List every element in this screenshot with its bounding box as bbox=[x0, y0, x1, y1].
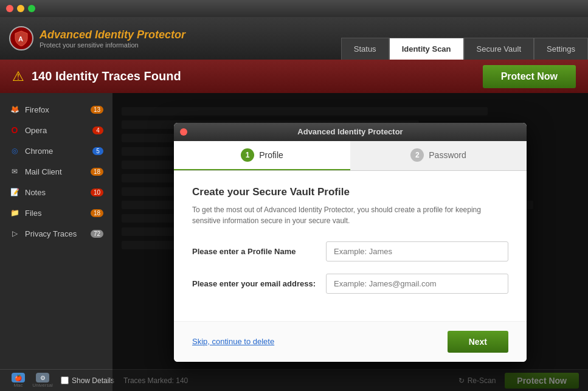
app-title: Advanced Identity Protector bbox=[40, 29, 185, 41]
dialog: Advanced Identity Protector 1 Profile 2 … bbox=[174, 123, 527, 362]
show-details-checkbox[interactable] bbox=[61, 376, 69, 384]
mac-icons: 🍎 Mac ⚙ Universal bbox=[9, 373, 52, 388]
alert-left: ⚠ 140 Identity Traces Found bbox=[12, 69, 181, 85]
protect-now-button[interactable]: Protect Now bbox=[483, 65, 576, 88]
tab-status[interactable]: Status bbox=[341, 38, 389, 60]
profile-name-input[interactable] bbox=[326, 241, 508, 261]
modal-overlay: Advanced Identity Protector 1 Profile 2 … bbox=[112, 93, 588, 391]
svg-text:A: A bbox=[18, 35, 23, 43]
alert-banner: ⚠ 140 Identity Traces Found Protect Now bbox=[0, 60, 588, 93]
universal-label: Universal bbox=[32, 382, 52, 388]
dialog-close-button[interactable] bbox=[180, 128, 187, 136]
app-subtitle: Protect your sensitive information bbox=[40, 41, 185, 49]
app-logo: A Advanced Identity Protector Protect yo… bbox=[9, 26, 185, 50]
sidebar: 🦊 Firefox 13 O Opera 4 ◎ Chrome 5 bbox=[0, 93, 112, 391]
sidebar-label-opera: Opera bbox=[25, 126, 47, 135]
dialog-description: To get the most out of Advanced Identity… bbox=[192, 204, 508, 226]
show-details-label[interactable]: Show Details bbox=[61, 376, 114, 385]
app-title-rest: Identity Protector bbox=[95, 29, 185, 41]
skip-link[interactable]: Skip, continue to delete bbox=[192, 337, 274, 346]
sidebar-count-notes: 10 bbox=[91, 189, 103, 196]
app-title-italic: Advanced bbox=[40, 29, 92, 41]
dialog-tab-password[interactable]: 2 Password bbox=[350, 141, 527, 170]
close-button[interactable] bbox=[6, 5, 13, 12]
show-details-text: Show Details bbox=[72, 376, 114, 385]
app-logo-text: Advanced Identity Protector Protect your… bbox=[40, 29, 185, 49]
sidebar-item-chrome[interactable]: ◎ Chrome 5 bbox=[0, 140, 112, 161]
logo-shield-icon: A bbox=[9, 26, 33, 50]
profile-name-row: Please enter a Profile Name bbox=[192, 241, 508, 261]
dialog-title: Advanced Identity Protector bbox=[297, 127, 403, 136]
email-input[interactable] bbox=[326, 274, 508, 294]
sidebar-count-privacy: 72 bbox=[91, 230, 103, 238]
maximize-button[interactable] bbox=[28, 5, 35, 12]
mac-label: Mac bbox=[13, 382, 22, 388]
sidebar-count-files: 18 bbox=[91, 209, 103, 217]
sidebar-label-privacy: Privacy Traces bbox=[25, 229, 77, 238]
email-label: Please enter your email address: bbox=[192, 279, 326, 288]
profile-name-label: Please enter a Profile Name bbox=[192, 247, 326, 256]
dialog-titlebar: Advanced Identity Protector bbox=[174, 123, 527, 141]
sidebar-item-notes[interactable]: 📝 Notes 10 bbox=[0, 182, 112, 202]
warning-icon: ⚠ bbox=[12, 69, 24, 85]
tab-secure-vault[interactable]: Secure Vault bbox=[464, 38, 534, 60]
sidebar-label-notes: Notes bbox=[25, 188, 46, 197]
tab-profile-number: 1 bbox=[241, 148, 254, 162]
sidebar-count-mailclient: 18 bbox=[91, 168, 103, 176]
mac-icon-finder: 🍎 Mac bbox=[9, 373, 27, 388]
mac-icon-universal: ⚙ Universal bbox=[33, 373, 52, 388]
opera-icon: O bbox=[9, 125, 20, 136]
titlebar bbox=[0, 0, 588, 17]
tab-settings[interactable]: Settings bbox=[534, 38, 588, 60]
sidebar-label-files: Files bbox=[25, 209, 41, 218]
sidebar-item-files[interactable]: 📁 Files 18 bbox=[0, 202, 112, 223]
tab-identity-scan[interactable]: Identity Scan bbox=[389, 38, 464, 60]
sidebar-label-mailclient: Mail Client bbox=[25, 167, 62, 176]
privacy-icon: ▷ bbox=[9, 228, 20, 239]
dialog-heading: Create your Secure Vault Profile bbox=[192, 186, 508, 198]
firefox-icon: 🦊 bbox=[9, 104, 20, 115]
sidebar-label-firefox: Firefox bbox=[25, 105, 49, 114]
sidebar-item-firefox[interactable]: 🦊 Firefox 13 bbox=[0, 99, 112, 120]
tab-password-number: 2 bbox=[410, 148, 424, 162]
email-row: Please enter your email address: bbox=[192, 274, 508, 294]
tab-profile-label: Profile bbox=[259, 150, 283, 160]
minimize-button[interactable] bbox=[17, 5, 24, 12]
chrome-icon: ◎ bbox=[9, 145, 20, 156]
sidebar-count-chrome: 5 bbox=[92, 147, 103, 155]
alert-text: 140 Identity Traces Found bbox=[32, 69, 181, 83]
files-icon: 📁 bbox=[9, 207, 20, 218]
dialog-footer: Skip, continue to delete Next bbox=[174, 321, 527, 362]
nav-tabs: Status Identity Scan Secure Vault Settin… bbox=[341, 17, 588, 60]
content-area: Advanced Identity Protector 1 Profile 2 … bbox=[112, 93, 588, 391]
notes-icon: 📝 bbox=[9, 187, 20, 198]
sidebar-item-opera[interactable]: O Opera 4 bbox=[0, 120, 112, 140]
dialog-tab-profile[interactable]: 1 Profile bbox=[174, 141, 350, 170]
app-header: A Advanced Identity Protector Protect yo… bbox=[0, 17, 588, 60]
sidebar-count-opera: 4 bbox=[92, 126, 103, 134]
next-button[interactable]: Next bbox=[448, 331, 508, 353]
sidebar-count-firefox: 13 bbox=[91, 106, 103, 114]
sidebar-label-chrome: Chrome bbox=[25, 147, 53, 156]
tab-password-label: Password bbox=[429, 150, 466, 160]
sidebar-item-privacy-traces[interactable]: ▷ Privacy Traces 72 bbox=[0, 223, 112, 244]
mailclient-icon: ✉ bbox=[9, 166, 20, 177]
sidebar-item-mailclient[interactable]: ✉ Mail Client 18 bbox=[0, 161, 112, 182]
dialog-tabs: 1 Profile 2 Password bbox=[174, 141, 527, 171]
dialog-body: Create your Secure Vault Profile To get … bbox=[174, 171, 527, 321]
